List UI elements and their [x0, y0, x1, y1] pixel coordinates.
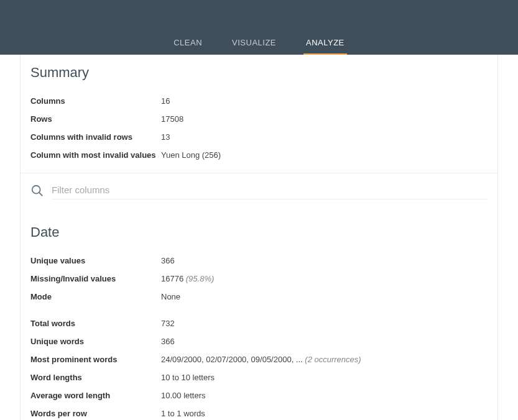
filter-columns-input[interactable] — [52, 182, 488, 199]
value-cols-invalid: 13 — [161, 132, 170, 142]
label-rows: Rows — [30, 114, 161, 124]
value-missing-pct: (95.8%) — [183, 274, 214, 283]
value-prominent-words: 24/09/2000, 02/07/2000, 09/05/2000, ... — [161, 355, 303, 364]
date-row-words-per-row: Words per row 1 to 1 words — [30, 404, 488, 420]
label-prominent: Most prominent words — [30, 355, 161, 364]
date-row-unique-words: Unique words 366 — [30, 332, 488, 350]
value-prominent: 24/09/2000, 02/07/2000, 09/05/2000, ... … — [161, 355, 361, 364]
value-missing-count: 16776 — [161, 274, 183, 283]
value-unique-values: 366 — [161, 256, 175, 265]
value-rows: 17508 — [161, 114, 183, 124]
label-missing: Missing/Invalid values — [30, 274, 161, 283]
tab-bar: CLEAN VISUALIZE ANALYZE — [171, 30, 347, 55]
analyze-panel: Summary Columns 16 Rows 17508 Columns wi… — [20, 55, 498, 420]
tab-clean[interactable]: CLEAN — [171, 30, 205, 55]
label-cols-invalid: Columns with invalid rows — [30, 132, 161, 142]
search-icon — [30, 184, 44, 198]
label-word-lengths: Word lengths — [30, 373, 161, 382]
summary-section: Summary Columns 16 Rows 17508 Columns wi… — [21, 55, 497, 173]
label-unique-values: Unique values — [30, 256, 161, 265]
summary-row-rows: Rows 17508 — [30, 110, 488, 128]
date-section: Date Unique values 366 Missing/Invalid v… — [21, 204, 497, 420]
value-words-per-row: 1 to 1 words — [161, 409, 205, 418]
label-col-most-invalid: Column with most invalid values — [30, 150, 161, 160]
label-avg-word-len: Average word length — [30, 391, 161, 400]
value-mode: None — [161, 292, 180, 301]
filter-bar — [21, 173, 497, 204]
date-row-total-words: Total words 732 — [30, 314, 488, 332]
svg-line-1 — [39, 193, 43, 196]
summary-row-col-most-invalid: Column with most invalid values Yuen Lon… — [30, 146, 488, 164]
value-col-most-invalid: Yuen Long (256) — [161, 150, 221, 160]
tab-analyze[interactable]: ANALYZE — [303, 30, 347, 55]
date-row-unique-values: Unique values 366 — [30, 252, 488, 270]
value-missing: 16776 (95.8%) — [161, 274, 214, 283]
label-words-per-row: Words per row — [30, 409, 161, 418]
date-row-missing: Missing/Invalid values 16776 (95.8%) — [30, 270, 488, 288]
date-row-word-lengths: Word lengths 10 to 10 letters — [30, 368, 488, 386]
summary-title: Summary — [30, 65, 488, 81]
value-prominent-hint: (2 occurrences) — [303, 355, 361, 364]
svg-point-0 — [32, 186, 40, 194]
label-mode: Mode — [30, 292, 161, 301]
label-total-words: Total words — [30, 319, 161, 328]
date-title: Date — [30, 224, 488, 240]
label-unique-words: Unique words — [30, 337, 161, 346]
date-row-avg-word-len: Average word length 10.00 letters — [30, 386, 488, 404]
value-columns: 16 — [161, 96, 170, 106]
value-avg-word-len: 10.00 letters — [161, 391, 206, 400]
value-total-words: 732 — [161, 319, 175, 328]
value-unique-words: 366 — [161, 337, 175, 346]
label-columns: Columns — [30, 96, 161, 106]
tab-visualize[interactable]: VISUALIZE — [229, 30, 279, 55]
date-row-mode: Mode None — [30, 288, 488, 306]
summary-row-cols-invalid: Columns with invalid rows 13 — [30, 128, 488, 146]
date-row-prominent: Most prominent words 24/09/2000, 02/07/2… — [30, 350, 488, 368]
value-word-lengths: 10 to 10 letters — [161, 373, 215, 382]
app-header: CLEAN VISUALIZE ANALYZE — [0, 0, 518, 55]
summary-row-columns: Columns 16 — [30, 92, 488, 110]
